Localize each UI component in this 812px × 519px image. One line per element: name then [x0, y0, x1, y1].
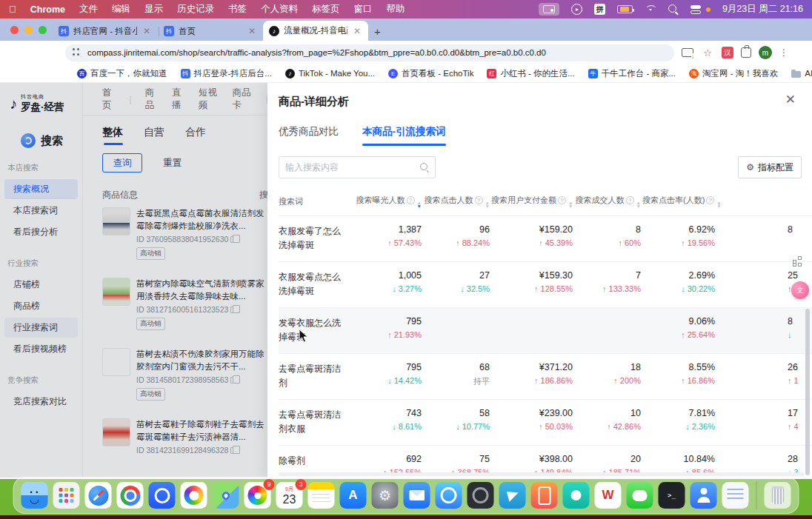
- teal-app-dock-icon[interactable]: [563, 482, 590, 509]
- contacts-dock-icon[interactable]: [690, 482, 717, 509]
- tab-close-icon[interactable]: ✕: [352, 26, 362, 36]
- column-header[interactable]: 搜索曝光人数?▲▼: [349, 187, 423, 216]
- help-icon[interactable]: ?: [558, 196, 566, 204]
- apple-menu-icon[interactable]: ︎: [9, 4, 16, 14]
- install-pwa-icon[interactable]: [682, 48, 693, 57]
- terminal-dock-icon[interactable]: [659, 482, 685, 509]
- menu-item-1[interactable]: 文件: [79, 3, 98, 16]
- column-header[interactable]: 搜索成交人数?▲▼: [574, 187, 642, 216]
- floating-widget-icon[interactable]: [793, 256, 805, 268]
- launchpad-dock-icon[interactable]: [53, 482, 80, 509]
- sort-desc-icon[interactable]: ▼: [417, 204, 422, 208]
- browser-tab-3[interactable]: ♪流量概况-抖音电商罗盘✕: [263, 21, 368, 41]
- translate-extension-icon[interactable]: 汉: [722, 47, 733, 58]
- column-header[interactable]: 搜索点击人数?▲▼: [423, 187, 491, 216]
- sort-icons[interactable]: ▲▼: [485, 201, 490, 208]
- tab-close-icon[interactable]: ✕: [247, 26, 257, 36]
- control-center-icon[interactable]: [690, 4, 702, 15]
- messages-dock-icon[interactable]: [627, 482, 653, 509]
- mail-dock-icon[interactable]: [404, 482, 430, 509]
- table-row[interactable]: 去霉点霉斑清洁剂衣服743↓ 8.61%58↓ 10.77%¥239.00↑ 5…: [279, 400, 812, 446]
- column-header[interactable]: 搜索用户支付金额?▲▼: [491, 187, 574, 216]
- trash-dock-icon[interactable]: [765, 482, 791, 509]
- table-row[interactable]: 衣服发霉点怎么洗掉霉斑1,005↓ 3.27%27↓ 32.5%¥159.30↑…: [279, 262, 812, 308]
- bookmark-tiktok[interactable]: ♪TikTok - Make You...: [285, 69, 375, 78]
- safari-dock-icon[interactable]: [85, 482, 112, 509]
- column-header[interactable]: 搜索词: [279, 187, 349, 216]
- sort-desc-icon[interactable]: ▼: [636, 204, 641, 208]
- battery-icon[interactable]: [617, 5, 633, 13]
- 360-browser-dock-icon[interactable]: [181, 482, 207, 509]
- search-icon[interactable]: [420, 163, 429, 172]
- bookmark-echotik[interactable]: E首页看板 - EchoTik: [388, 68, 473, 79]
- minimize-window-button[interactable]: [24, 26, 33, 34]
- bookmark-qianniu[interactable]: 牛千牛工作台 - 商家...: [588, 68, 676, 79]
- translate-float-button[interactable]: 文: [791, 281, 809, 299]
- bookmark-baidu[interactable]: 百百度一下，你就知道: [77, 68, 167, 79]
- browser-tab-2[interactable]: 抖首页✕: [158, 21, 263, 41]
- menu-item-2[interactable]: 编辑: [112, 3, 130, 16]
- input-method-icon[interactable]: 拼: [594, 4, 605, 15]
- bookmark-doudian[interactable]: 抖抖店登录-抖店后台...: [181, 68, 272, 79]
- profile-avatar[interactable]: m: [759, 46, 772, 59]
- sort-icons[interactable]: ▲▼: [568, 201, 573, 208]
- notes-dock-icon[interactable]: [308, 482, 335, 509]
- modal-tab[interactable]: 本商品-引流搜索词: [362, 125, 446, 146]
- wps-dock-icon[interactable]: [595, 482, 622, 509]
- chrome-menu-icon[interactable]: ⋮: [779, 47, 788, 58]
- close-window-button[interactable]: [10, 26, 19, 34]
- menu-item-9[interactable]: 帮助: [386, 3, 405, 16]
- browser-tab-1[interactable]: 抖抖店官网 - 抖音小店，抖音电...✕: [53, 21, 158, 41]
- telegram-dock-icon[interactable]: [499, 482, 526, 509]
- iphone-mirroring-dock-icon[interactable]: [531, 482, 558, 509]
- wifi-icon[interactable]: [645, 5, 656, 14]
- chrome-dock-icon[interactable]: [117, 482, 144, 509]
- camera-gray-dock-icon[interactable]: [467, 482, 494, 509]
- bookmark-taobao[interactable]: 淘淘宝网 - 淘！我喜欢: [689, 68, 778, 79]
- spotlight-search-icon[interactable]: [668, 4, 679, 15]
- menu-item-8[interactable]: 窗口: [353, 3, 372, 16]
- address-bar[interactable]: compass.jinritemai.com/shop/search/traff…: [65, 44, 674, 61]
- help-icon[interactable]: ?: [706, 196, 714, 204]
- quark-browser-dock-icon[interactable]: [149, 482, 176, 509]
- modal-tab[interactable]: 优秀商品对比: [279, 125, 339, 146]
- metric-config-button[interactable]: ⚙ 指标配置: [738, 156, 802, 178]
- screen-sharing-icon[interactable]: [539, 3, 559, 16]
- new-tab-button[interactable]: +: [368, 25, 387, 41]
- docs-dock-icon[interactable]: [722, 482, 749, 509]
- photos-dock-icon[interactable]: 9: [244, 482, 271, 509]
- sort-desc-icon[interactable]: ▼: [716, 204, 721, 208]
- bookmark-star-icon[interactable]: ☆: [701, 47, 714, 58]
- horizontal-scrollbar[interactable]: [279, 472, 805, 476]
- bookmark-xiaohongshu[interactable]: 红小红书 - 你的生活...: [487, 68, 574, 79]
- maps-dock-icon[interactable]: [213, 482, 239, 509]
- menu-item-5[interactable]: 书签: [228, 3, 247, 16]
- column-header[interactable]: 搜索点击率(人数)?▲▼: [642, 187, 716, 216]
- system-settings-dock-icon[interactable]: [372, 482, 399, 509]
- tab-close-icon[interactable]: ✕: [142, 26, 152, 36]
- table-row[interactable]: 衣服发霉了怎么洗掉霉斑1,387↑ 57.43%96↑ 88.24%¥159.2…: [279, 216, 812, 262]
- modal-close-icon[interactable]: ✕: [785, 93, 796, 106]
- sort-icons[interactable]: ▲▼: [716, 201, 721, 208]
- modal-search-box[interactable]: [279, 156, 436, 178]
- extensions-icon[interactable]: [741, 47, 751, 58]
- table-row[interactable]: 发霉衣服怎么洗掉霉斑795↑ 21.93%9.06%↑ 25.64%8↓: [279, 308, 812, 354]
- modal-search-input[interactable]: [285, 162, 420, 173]
- menu-item-chrome[interactable]: Chrome: [30, 4, 65, 15]
- menu-item-7[interactable]: 标签页: [312, 3, 340, 16]
- sort-icons[interactable]: ▲▼: [417, 201, 422, 208]
- calendar-dock-icon[interactable]: 9月233: [276, 482, 303, 509]
- browser-blue-dock-icon[interactable]: [436, 482, 462, 509]
- column-header[interactable]: 搜索点击-成交率(人数)?▲▼: [716, 187, 812, 216]
- table-row[interactable]: 去霉点霉斑清洁剂795↓ 14.42%68持平¥371.20↑ 186.86%1…: [279, 354, 812, 400]
- menu-item-3[interactable]: 显示: [144, 3, 163, 16]
- menu-item-6[interactable]: 个人资料: [261, 3, 298, 16]
- playback-icon[interactable]: ▸: [571, 4, 582, 15]
- sort-desc-icon[interactable]: ▼: [568, 204, 573, 208]
- menu-item-4[interactable]: 历史记录: [177, 3, 214, 16]
- bookmark-folder[interactable]: AI大神: [791, 68, 812, 79]
- help-icon[interactable]: ?: [626, 196, 634, 204]
- vertical-scrollbar[interactable]: [805, 309, 810, 475]
- finder-dock-icon[interactable]: [21, 482, 48, 509]
- help-icon[interactable]: ?: [475, 196, 483, 204]
